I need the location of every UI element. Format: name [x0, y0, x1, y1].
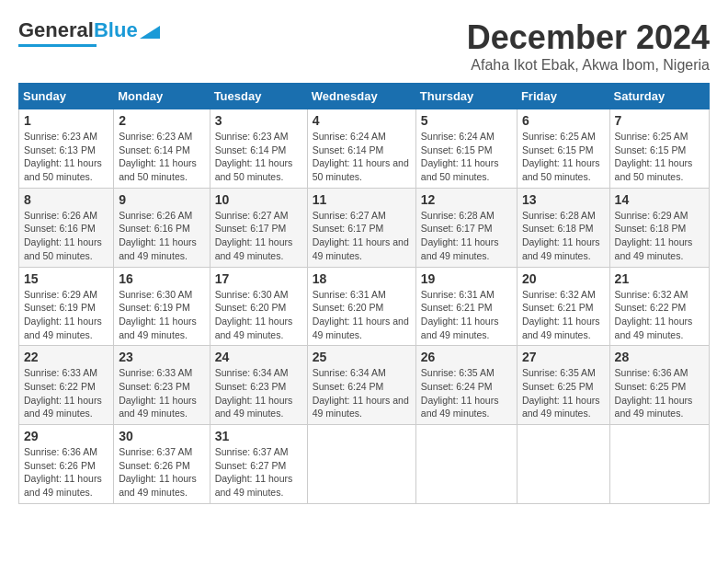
sunset-label: Sunset: 6:15 PM: [615, 144, 687, 155]
day-number: 19: [421, 271, 512, 286]
calendar-week-4: 22 Sunrise: 6:33 AM Sunset: 6:22 PM Dayl…: [19, 346, 710, 425]
day-info: Sunrise: 6:26 AM Sunset: 6:16 PM Dayligh…: [119, 209, 204, 263]
day-number: 27: [522, 350, 605, 364]
table-row: 25 Sunrise: 6:34 AM Sunset: 6:24 PM Dayl…: [307, 346, 415, 425]
table-row: 9 Sunrise: 6:26 AM Sunset: 6:16 PM Dayli…: [114, 188, 210, 267]
sunrise-label: Sunrise: 6:24 AM: [421, 131, 495, 142]
table-row: 7 Sunrise: 6:25 AM Sunset: 6:15 PM Dayli…: [609, 109, 709, 189]
table-row: 5 Sunrise: 6:24 AM Sunset: 6:15 PM Dayli…: [415, 109, 517, 189]
calendar-week-5: 29 Sunrise: 6:36 AM Sunset: 6:26 PM Dayl…: [19, 425, 710, 504]
sunrise-label: Sunrise: 6:24 AM: [313, 131, 386, 142]
table-row: 28 Sunrise: 6:36 AM Sunset: 6:25 PM Dayl…: [609, 346, 709, 425]
day-number: 10: [215, 192, 302, 207]
sunrise-label: Sunrise: 6:31 AM: [313, 289, 386, 300]
table-row: 8 Sunrise: 6:26 AM Sunset: 6:16 PM Dayli…: [19, 188, 114, 267]
day-number: 24: [215, 350, 302, 364]
day-number: 17: [215, 271, 302, 286]
table-row: 17 Sunrise: 6:30 AM Sunset: 6:20 PM Dayl…: [210, 267, 307, 346]
day-info: Sunrise: 6:29 AM Sunset: 6:19 PM Dayligh…: [24, 288, 108, 342]
sunset-label: Sunset: 6:26 PM: [24, 460, 96, 471]
day-info: Sunrise: 6:31 AM Sunset: 6:20 PM Dayligh…: [313, 288, 411, 342]
table-row: 2 Sunrise: 6:23 AM Sunset: 6:14 PM Dayli…: [114, 109, 210, 189]
day-info: Sunrise: 6:23 AM Sunset: 6:14 PM Dayligh…: [119, 130, 204, 184]
day-number: 11: [313, 192, 411, 207]
day-info: Sunrise: 6:34 AM Sunset: 6:24 PM Dayligh…: [313, 366, 411, 420]
main-title: December 2024: [467, 18, 710, 57]
sunrise-label: Sunrise: 6:29 AM: [615, 210, 688, 221]
sunset-label: Sunset: 6:23 PM: [119, 381, 190, 392]
daylight-label: Daylight: 11 hours and 49 minutes.: [119, 316, 197, 340]
day-number: 13: [522, 192, 605, 207]
sunrise-label: Sunrise: 6:28 AM: [522, 210, 596, 221]
calendar-week-1: 1 Sunrise: 6:23 AM Sunset: 6:13 PM Dayli…: [19, 109, 710, 189]
sunrise-label: Sunrise: 6:28 AM: [421, 210, 495, 221]
table-row: 12 Sunrise: 6:28 AM Sunset: 6:17 PM Dayl…: [415, 188, 517, 267]
col-monday: Monday: [114, 84, 210, 109]
sunrise-label: Sunrise: 6:25 AM: [522, 131, 596, 142]
sunrise-label: Sunrise: 6:27 AM: [215, 210, 289, 221]
day-number: 23: [119, 350, 204, 364]
day-info: Sunrise: 6:37 AM Sunset: 6:27 PM Dayligh…: [215, 445, 302, 500]
daylight-label: Daylight: 11 hours and 50 minutes.: [24, 236, 102, 261]
table-row: 11 Sunrise: 6:27 AM Sunset: 6:17 PM Dayl…: [307, 188, 415, 267]
daylight-label: Daylight: 11 hours and 49 minutes.: [615, 395, 693, 419]
day-info: Sunrise: 6:27 AM Sunset: 6:17 PM Dayligh…: [215, 209, 302, 263]
daylight-label: Daylight: 11 hours and 49 minutes.: [522, 316, 600, 340]
sunset-label: Sunset: 6:18 PM: [615, 223, 687, 234]
daylight-label: Daylight: 11 hours and 50 minutes.: [24, 157, 102, 182]
table-row: [609, 425, 709, 504]
daylight-label: Daylight: 11 hours and 49 minutes.: [215, 236, 293, 261]
table-row: 16 Sunrise: 6:30 AM Sunset: 6:19 PM Dayl…: [114, 267, 210, 346]
day-info: Sunrise: 6:33 AM Sunset: 6:23 PM Dayligh…: [119, 366, 204, 420]
day-info: Sunrise: 6:25 AM Sunset: 6:15 PM Dayligh…: [522, 130, 605, 184]
table-row: 23 Sunrise: 6:33 AM Sunset: 6:23 PM Dayl…: [114, 346, 210, 425]
table-row: 13 Sunrise: 6:28 AM Sunset: 6:18 PM Dayl…: [517, 188, 609, 267]
sunrise-label: Sunrise: 6:26 AM: [24, 210, 97, 221]
logo-icon: [140, 18, 160, 39]
sunset-label: Sunset: 6:16 PM: [24, 223, 96, 234]
day-info: Sunrise: 6:28 AM Sunset: 6:17 PM Dayligh…: [421, 209, 512, 263]
table-row: 1 Sunrise: 6:23 AM Sunset: 6:13 PM Dayli…: [19, 109, 114, 189]
day-number: 9: [119, 192, 204, 207]
sunset-label: Sunset: 6:14 PM: [119, 144, 190, 155]
table-row: 15 Sunrise: 6:29 AM Sunset: 6:19 PM Dayl…: [19, 267, 114, 346]
table-row: 20 Sunrise: 6:32 AM Sunset: 6:21 PM Dayl…: [517, 267, 609, 346]
day-number: 12: [421, 192, 512, 207]
sunrise-label: Sunrise: 6:37 AM: [119, 446, 192, 457]
header-row: Sunday Monday Tuesday Wednesday Thursday…: [19, 84, 710, 109]
col-thursday: Thursday: [415, 84, 517, 109]
table-row: 18 Sunrise: 6:31 AM Sunset: 6:20 PM Dayl…: [307, 267, 415, 346]
sunrise-label: Sunrise: 6:37 AM: [215, 446, 289, 457]
sunrise-label: Sunrise: 6:36 AM: [24, 446, 97, 457]
daylight-label: Daylight: 11 hours and 50 minutes.: [522, 157, 600, 182]
day-number: 2: [119, 113, 204, 128]
svg-marker-0: [140, 26, 160, 39]
daylight-label: Daylight: 11 hours and 49 minutes.: [24, 395, 102, 419]
sunrise-label: Sunrise: 6:27 AM: [313, 210, 386, 221]
day-number: 3: [215, 113, 302, 128]
daylight-label: Daylight: 11 hours and 49 minutes.: [24, 473, 102, 498]
day-info: Sunrise: 6:32 AM Sunset: 6:21 PM Dayligh…: [522, 288, 605, 342]
sunset-label: Sunset: 6:17 PM: [313, 223, 384, 234]
table-row: 24 Sunrise: 6:34 AM Sunset: 6:23 PM Dayl…: [210, 346, 307, 425]
daylight-label: Daylight: 11 hours and 50 minutes.: [615, 157, 693, 182]
sunset-label: Sunset: 6:15 PM: [522, 144, 594, 155]
sunrise-label: Sunrise: 6:30 AM: [119, 289, 192, 300]
day-number: 7: [615, 113, 704, 128]
calendar-week-2: 8 Sunrise: 6:26 AM Sunset: 6:16 PM Dayli…: [19, 188, 710, 267]
sunrise-label: Sunrise: 6:32 AM: [615, 289, 688, 300]
sunrise-label: Sunrise: 6:35 AM: [522, 367, 596, 378]
sunset-label: Sunset: 6:20 PM: [313, 302, 384, 313]
logo-blue: Blue: [94, 18, 138, 41]
sunset-label: Sunset: 6:25 PM: [522, 381, 594, 392]
sunset-label: Sunset: 6:17 PM: [421, 223, 493, 234]
day-info: Sunrise: 6:29 AM Sunset: 6:18 PM Dayligh…: [615, 209, 704, 263]
day-info: Sunrise: 6:37 AM Sunset: 6:26 PM Dayligh…: [119, 445, 204, 500]
sunset-label: Sunset: 6:24 PM: [421, 381, 493, 392]
daylight-label: Daylight: 11 hours and 49 minutes.: [215, 395, 293, 419]
day-info: Sunrise: 6:30 AM Sunset: 6:19 PM Dayligh…: [119, 288, 204, 342]
logo: GeneralBlue: [18, 18, 160, 47]
sunset-label: Sunset: 6:18 PM: [522, 223, 594, 234]
sunrise-label: Sunrise: 6:23 AM: [215, 131, 289, 142]
table-row: [517, 425, 609, 504]
